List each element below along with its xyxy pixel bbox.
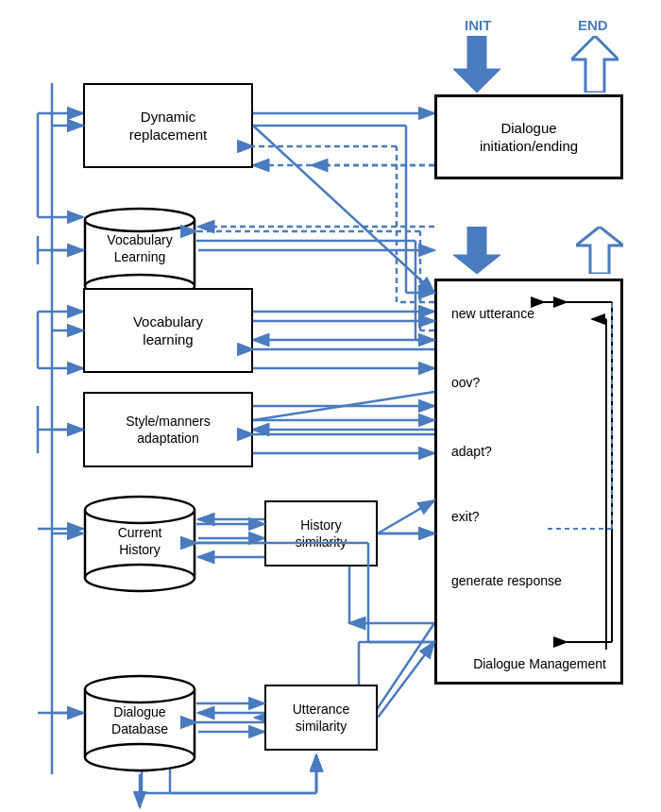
vocabulary-learning-box: Vocabulary learning <box>83 288 253 373</box>
svg-point-64 <box>85 565 195 591</box>
dialogue-database-cylinder: Dialogue Database <box>83 670 196 774</box>
new-utterance-text: new utterance <box>451 305 534 322</box>
dialogue-management-box: new utterance oov? adapt? exit? generate… <box>434 279 623 685</box>
style-manners-label: Style/manners adaptation <box>126 413 210 447</box>
exit-text: exit? <box>451 508 480 525</box>
svg-line-40 <box>368 623 434 722</box>
svg-point-65 <box>85 497 195 523</box>
svg-marker-55 <box>576 227 623 274</box>
vocab-learning-db-label: Vocabulary Learning <box>107 232 172 264</box>
history-similarity-label: History similarity <box>296 516 347 550</box>
utterance-similarity-box: Utterance similarity <box>264 685 378 751</box>
dialogue-database-label: Dialogue Database <box>111 704 168 736</box>
svg-point-60 <box>85 209 195 231</box>
generate-response-text: generate response <box>451 572 562 589</box>
dialogue-initiation-label: Dialogue initiation/ending <box>480 119 578 156</box>
end-arrow <box>571 36 619 93</box>
svg-marker-53 <box>571 36 619 93</box>
svg-line-112 <box>378 642 434 718</box>
oov-text: oov? <box>451 374 480 391</box>
utterance-similarity-label: Utterance similarity <box>293 701 350 735</box>
history-similarity-box: History similarity <box>264 500 378 567</box>
svg-line-92 <box>253 392 434 420</box>
svg-marker-54 <box>453 227 500 274</box>
dialogue-management-label: Dialogue Management <box>473 655 606 672</box>
init-label: INIT <box>465 17 491 33</box>
svg-point-70 <box>85 676 195 702</box>
vocabulary-learning-box-label: Vocabulary learning <box>133 313 203 349</box>
current-history-cylinder: Current History <box>83 491 196 595</box>
flow-arrow-up <box>576 227 623 274</box>
svg-point-69 <box>85 744 195 770</box>
flow-arrow-down <box>453 227 500 274</box>
vocabulary-learning-cylinder: Vocabulary Learning <box>83 203 196 297</box>
current-history-label: Current History <box>118 525 162 557</box>
svg-line-103 <box>378 500 434 533</box>
style-manners-box: Style/manners adaptation <box>83 392 253 467</box>
adapt-text: adapt? <box>451 443 492 460</box>
init-arrow <box>453 36 500 93</box>
dynamic-replacement-box: Dynamic replacement <box>83 83 253 168</box>
end-label: END <box>578 17 608 33</box>
svg-marker-52 <box>453 36 500 93</box>
dialogue-initiation-box: Dialogue initiation/ending <box>434 94 623 179</box>
svg-line-84 <box>253 126 434 293</box>
dynamic-replacement-label: Dynamic replacement <box>129 108 208 144</box>
